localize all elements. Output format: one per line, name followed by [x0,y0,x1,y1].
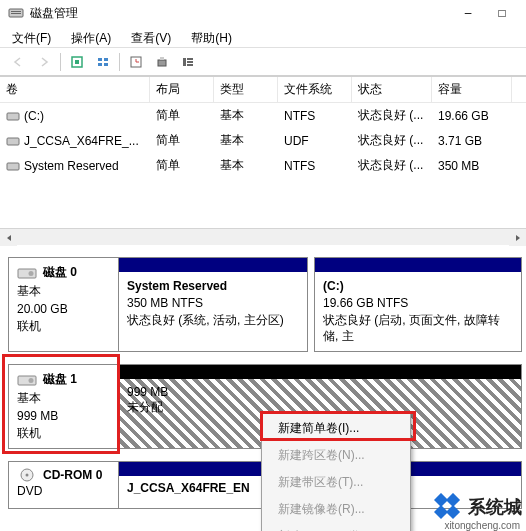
partition-name: System Reserved [127,278,299,295]
cell-layout: 简单 [150,155,214,176]
scroll-track[interactable] [17,229,509,245]
svg-rect-4 [75,60,79,64]
cell-fs: UDF [278,130,352,151]
scroll-left-arrow[interactable] [0,229,17,246]
disk-icon [17,266,37,280]
nav-forward-button[interactable] [34,52,54,72]
cell-capacity: 19.66 GB [432,105,512,126]
col-header-status[interactable]: 状态 [352,77,432,102]
watermark-url: xitongcheng.com [444,520,520,531]
volume-table: 卷 布局 类型 文件系统 状态 容量 (C:)简单基本NTFS状态良好 (...… [0,76,526,178]
list-button[interactable] [178,52,198,72]
disk-0-size: 20.00 GB [17,302,110,316]
svg-rect-7 [98,63,102,66]
partition-c[interactable]: (C:) 19.66 GB NTFS 状态良好 (启动, 页面文件, 故障转储,… [314,257,522,352]
scroll-right-arrow[interactable] [509,229,526,246]
disk-0-type: 基本 [17,283,110,300]
window-title: 磁盘管理 [30,5,452,22]
cell-status: 状态良好 (... [352,105,432,126]
settings-button[interactable] [152,52,172,72]
toolbar [0,48,526,76]
minimize-button[interactable]: – [452,3,484,23]
svg-rect-5 [98,58,102,61]
view-button[interactable] [93,52,113,72]
h-scrollbar[interactable] [0,228,526,245]
menu-view[interactable]: 查看(V) [127,28,175,45]
col-header-fs[interactable]: 文件系统 [278,77,352,102]
watermark: 系统城 [434,493,522,521]
nav-back-button[interactable] [8,52,28,72]
svg-rect-13 [187,58,193,60]
volume-icon [6,160,20,172]
cell-fs: NTFS [278,155,352,176]
svg-rect-15 [187,64,193,66]
cell-volume: (C:) [24,109,44,123]
menu-file[interactable]: 文件(F) [8,28,55,45]
svg-rect-11 [160,57,164,60]
toolbar-separator [119,53,120,71]
volume-icon [6,135,20,147]
context-menu-item: 新建带区卷(T)... [264,469,408,496]
svg-rect-10 [158,60,166,66]
cell-status: 状态良好 (... [352,155,432,176]
table-header-row: 卷 布局 类型 文件系统 状态 容量 [0,77,526,103]
cdrom-type: DVD [17,484,110,498]
menu-bar: 文件(F) 操作(A) 查看(V) 帮助(H) [0,26,526,48]
cell-fs: NTFS [278,105,352,126]
table-row[interactable]: J_CCSA_X64FRE_...简单基本UDF状态良好 (...3.71 GB [0,128,526,153]
cell-type: 基本 [214,105,278,126]
disk-0-label[interactable]: 磁盘 0 基本 20.00 GB 联机 [8,257,118,352]
col-header-capacity[interactable]: 容量 [432,77,512,102]
cell-layout: 简单 [150,130,214,151]
toolbar-separator [60,53,61,71]
highlight-box [260,411,416,441]
svg-rect-6 [104,58,108,61]
svg-rect-12 [183,58,186,66]
table-row[interactable]: (C:)简单基本NTFS状态良好 (...19.66 GB [0,103,526,128]
context-menu-item: 新建跨区卷(N)... [264,442,408,469]
cdrom-icon [17,468,37,482]
col-header-layout[interactable]: 布局 [150,77,214,102]
menu-action[interactable]: 操作(A) [67,28,115,45]
partition-header [119,365,521,379]
properties-button[interactable] [126,52,146,72]
disk-0-panel: 磁盘 0 基本 20.00 GB 联机 System Reserved 350 … [8,257,522,352]
cdrom-label[interactable]: CD-ROM 0 DVD [8,461,118,509]
disk-0-status: 联机 [17,318,110,335]
svg-rect-14 [187,61,193,63]
title-bar: 磁盘管理 – □ [0,0,526,26]
app-icon [8,5,24,21]
watermark-text: 系统城 [468,495,522,519]
col-header-type[interactable]: 类型 [214,77,278,102]
cell-volume: System Reserved [24,159,119,173]
menu-help[interactable]: 帮助(H) [187,28,236,45]
volume-icon [6,110,20,122]
partition-header [119,258,307,272]
col-header-volume[interactable]: 卷 [0,77,150,102]
maximize-button[interactable]: □ [486,3,518,23]
context-menu: 新建简单卷(I)...新建跨区卷(N)...新建带区卷(T)...新建镜像卷(R… [261,412,411,531]
partition-info: 19.66 GB NTFS [323,295,513,312]
refresh-button[interactable] [67,52,87,72]
cell-type: 基本 [214,130,278,151]
svg-rect-2 [11,13,21,14]
system-buttons: – □ [452,3,518,23]
partition-info: 350 MB NTFS [127,295,299,312]
unalloc-size: 999 MB [127,385,168,399]
highlight-box [2,354,120,454]
partition-detail: 状态良好 (启动, 页面文件, 故障转储, 主 [323,312,513,346]
table-row[interactable]: System Reserved简单基本NTFS状态良好 (...350 MB [0,153,526,178]
partition-header [315,258,521,272]
svg-point-24 [26,474,29,477]
cell-status: 状态良好 (... [352,130,432,151]
cell-capacity: 3.71 GB [432,130,512,151]
context-menu-item: 新建 RAID-5 卷(W)... [264,523,408,531]
partition-name: (C:) [323,278,513,295]
cell-layout: 简单 [150,105,214,126]
cell-capacity: 350 MB [432,155,512,176]
svg-point-20 [29,271,34,276]
unalloc-label: 未分配 [127,399,168,416]
watermark-logo-icon [434,493,462,521]
svg-rect-18 [7,163,19,170]
partition-system-reserved[interactable]: System Reserved 350 MB NTFS 状态良好 (系统, 活动… [118,257,308,352]
